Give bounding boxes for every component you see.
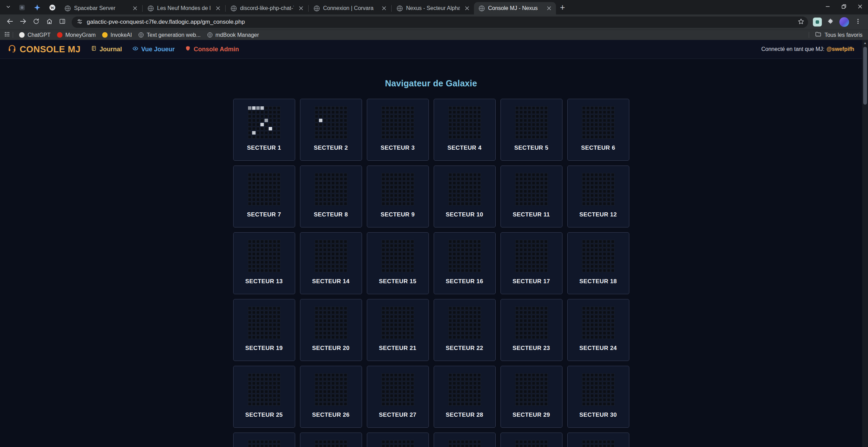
mini-map-cell: [536, 269, 539, 272]
sector-card[interactable]: SECTEUR 16: [434, 232, 496, 294]
scroll-up-arrow-icon[interactable]: ▲: [862, 40, 868, 46]
bookmark-star-button[interactable]: [796, 17, 806, 27]
sector-card[interactable]: SECTEUR 29: [500, 366, 562, 428]
sector-card[interactable]: SECTEUR 13: [233, 232, 295, 294]
mini-map-cell: [469, 119, 473, 122]
sector-card[interactable]: SECTEUR 24: [567, 299, 629, 361]
sector-card[interactable]: [434, 433, 496, 447]
sector-card[interactable]: SECTEUR 26: [300, 366, 362, 428]
sector-card[interactable]: SECTEUR 21: [367, 299, 429, 361]
url-text[interactable]: galactic-pve-conquest-c7fe.dev.flatlogic…: [87, 19, 792, 25]
browser-tab[interactable]: discord-like-php-chat-7262.de...: [226, 2, 308, 14]
pinned-tab[interactable]: [14, 2, 30, 14]
bookmark-item[interactable]: ChatGPT: [16, 31, 54, 39]
mini-map-cell: [536, 377, 539, 381]
mini-map-cell: [453, 123, 456, 126]
restore-button[interactable]: [836, 0, 852, 14]
sector-card[interactable]: SECTEUR 3: [367, 99, 429, 161]
mini-map-cell: [528, 331, 531, 335]
reload-button[interactable]: [30, 15, 43, 29]
sector-card[interactable]: SECTEUR 6: [567, 99, 629, 161]
sector-card[interactable]: SECTEUR 2: [300, 99, 362, 161]
sector-card[interactable]: SECTEUR 14: [300, 232, 362, 294]
browser-tab[interactable]: Connexion | Corvara: [309, 2, 391, 14]
sector-card[interactable]: [567, 433, 629, 447]
app-logo[interactable]: CONSOLE MJ: [8, 44, 81, 55]
minimize-button[interactable]: [819, 0, 836, 14]
mini-map-cell: [599, 260, 602, 264]
browser-tab[interactable]: Spacebar Server: [60, 2, 142, 14]
mini-map-cell: [273, 377, 276, 381]
bookmark-item[interactable]: InvokeAI: [99, 31, 135, 39]
sector-card[interactable]: SECTEUR 5: [500, 99, 562, 161]
sector-card[interactable]: SECTEUR 17: [500, 232, 562, 294]
browser-tab[interactable]: Console MJ - Nexus: [474, 2, 556, 14]
sector-card[interactable]: SECTEUR 4: [434, 99, 496, 161]
nav-vue-joueur[interactable]: Vue Joueur: [132, 45, 175, 53]
sector-card[interactable]: SECTEUR 7: [233, 166, 295, 227]
nav-console-admin[interactable]: Console Admin: [185, 45, 239, 53]
sector-card[interactable]: SECTEUR 27: [367, 366, 429, 428]
tab-search-button[interactable]: [2, 1, 14, 14]
bookmark-item[interactable]: Text generation web...: [135, 31, 204, 39]
nav-journal[interactable]: Journal: [91, 45, 122, 53]
sector-card[interactable]: SECTEUR 25: [233, 366, 295, 428]
tab-close-icon[interactable]: [131, 4, 139, 12]
new-tab-button[interactable]: +: [556, 1, 569, 14]
scrollbar-thumb[interactable]: [863, 47, 867, 105]
home-button[interactable]: [43, 15, 56, 29]
all-bookmarks[interactable]: Tous les favoris: [806, 31, 864, 39]
sector-card[interactable]: SECTEUR 9: [367, 166, 429, 227]
sector-card[interactable]: [233, 433, 295, 447]
sector-card[interactable]: SECTEUR 18: [567, 232, 629, 294]
pinned-tab[interactable]: [30, 2, 45, 14]
mini-map-cell: [335, 260, 339, 264]
sector-card[interactable]: SECTEUR 19: [233, 299, 295, 361]
site-info-icon[interactable]: [76, 18, 83, 26]
address-bar[interactable]: galactic-pve-conquest-c7fe.dev.flatlogic…: [72, 17, 808, 28]
sector-card[interactable]: SECTEUR 11: [500, 166, 562, 227]
extension-action-button[interactable]: [813, 18, 822, 26]
browser-tab[interactable]: Les Neuf Mondes de la Mythol...: [143, 2, 225, 14]
tab-close-icon[interactable]: [463, 4, 471, 12]
tab-title: discord-like-php-chat-7262.de...: [240, 5, 294, 11]
tab-close-icon[interactable]: [380, 4, 388, 12]
sector-card[interactable]: SECTEUR 15: [367, 232, 429, 294]
profile-avatar[interactable]: [839, 17, 849, 27]
mini-map-cell: [457, 110, 460, 114]
extensions-button[interactable]: [824, 15, 837, 29]
bookmark-item[interactable]: MoneyGram: [54, 31, 99, 39]
browser-menu-button[interactable]: [851, 15, 865, 29]
sector-mini-map: [315, 440, 347, 447]
mini-map-cell: [390, 260, 393, 264]
sector-card[interactable]: SECTEUR 8: [300, 166, 362, 227]
sector-card[interactable]: SECTEUR 28: [434, 366, 496, 428]
sector-card[interactable]: [367, 433, 429, 447]
mini-map-cell: [319, 269, 322, 272]
sector-card[interactable]: SECTEUR 30: [567, 366, 629, 428]
sector-card[interactable]: SECTEUR 1: [233, 99, 295, 161]
tab-close-icon[interactable]: [297, 4, 305, 12]
mini-map-cell: [382, 382, 385, 385]
side-panel-button[interactable]: [56, 15, 69, 29]
tab-close-icon[interactable]: [214, 4, 222, 12]
sector-card[interactable]: SECTEUR 10: [434, 166, 496, 227]
forward-button[interactable]: [17, 15, 30, 29]
sector-card[interactable]: SECTEUR 23: [500, 299, 562, 361]
mini-map-cell: [544, 115, 548, 118]
bookmark-item[interactable]: mdBook Manager: [204, 31, 262, 39]
sector-card[interactable]: SECTEUR 12: [567, 166, 629, 227]
sector-card[interactable]: SECTEUR 22: [434, 299, 496, 361]
back-button[interactable]: [3, 15, 17, 29]
mini-map-cell: [269, 265, 272, 268]
browser-tab[interactable]: Nexus - Secteur Alpha [G1]: [392, 2, 474, 14]
sector-card[interactable]: SECTEUR 20: [300, 299, 362, 361]
pinned-tab[interactable]: W: [45, 2, 60, 14]
page-scrollbar[interactable]: ▲: [862, 40, 868, 447]
tab-close-icon[interactable]: [545, 4, 553, 12]
sector-card[interactable]: [500, 433, 562, 447]
close-button[interactable]: [852, 0, 868, 14]
mini-map-cell: [448, 440, 452, 444]
sector-card[interactable]: [300, 433, 362, 447]
apps-grid-icon[interactable]: [4, 31, 10, 39]
